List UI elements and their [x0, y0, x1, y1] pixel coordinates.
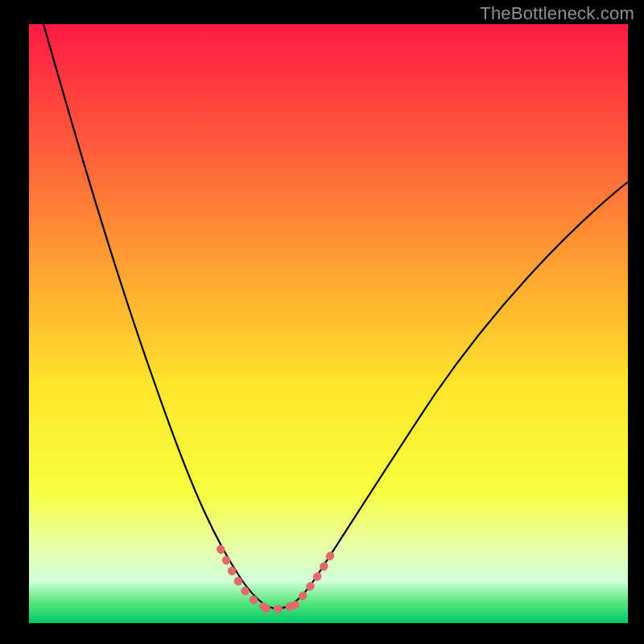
watermark-text: TheBottleneck.com — [480, 3, 634, 24]
chart-frame: { "watermark": { "text": "TheBottleneck.… — [0, 0, 644, 644]
plot-area — [29, 24, 628, 623]
chart-svg — [0, 0, 644, 644]
